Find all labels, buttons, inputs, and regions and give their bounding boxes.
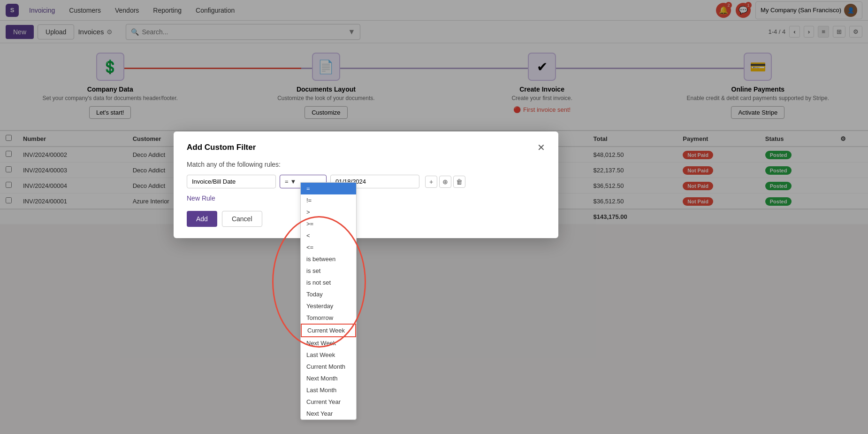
custom-filter-modal: Add Custom Filter ✕ Match any of the fol… (174, 132, 558, 238)
cancel-filter-button[interactable]: Cancel (222, 211, 262, 227)
filter-add-icon-btn[interactable]: + (425, 176, 437, 188)
dropdown-item-eq[interactable]: = (301, 183, 356, 194)
dropdown-item-tomorrow[interactable]: Tomorrow (301, 312, 356, 324)
dropdown-item-gte[interactable]: >= (301, 218, 356, 230)
dropdown-item-yesterday[interactable]: Yesterday (301, 300, 356, 312)
dropdown-item-next-year[interactable]: Next Year (301, 408, 356, 419)
dropdown-item-gt[interactable]: > (301, 206, 356, 218)
dropdown-item-is-set[interactable]: is set (301, 265, 356, 277)
dropdown-item-between[interactable]: is between (301, 253, 356, 265)
dropdown-item-last-week[interactable]: Last Week (301, 349, 356, 361)
modal-footer: Add Cancel (187, 211, 545, 227)
modal-title: Add Custom Filter (187, 143, 256, 152)
operator-dropdown: = != > >= < <= is between is set is not … (300, 182, 357, 420)
filter-action-icons: + ⊕ 🗑 (425, 176, 465, 188)
dropdown-item-lte[interactable]: <= (301, 241, 356, 253)
dropdown-item-not-set[interactable]: is not set (301, 277, 356, 288)
dropdown-item-today[interactable]: Today (301, 288, 356, 300)
filter-op-value: = (285, 178, 289, 185)
dropdown-item-lt[interactable]: < (301, 230, 356, 241)
filter-delete-icon-btn[interactable]: 🗑 (453, 176, 465, 188)
add-filter-button[interactable]: Add (187, 211, 217, 227)
dropdown-item-next-week[interactable]: Next Week (301, 337, 356, 349)
dropdown-item-current-week[interactable]: Current Week (301, 324, 356, 337)
filter-copy-icon-btn[interactable]: ⊕ (439, 176, 451, 188)
dropdown-item-last-month[interactable]: Last Month (301, 384, 356, 396)
modal-header: Add Custom Filter ✕ (187, 143, 545, 152)
dropdown-item-next-month[interactable]: Next Month (301, 372, 356, 384)
filter-op-arrow: ▼ (290, 178, 297, 185)
filter-row: = ▼ + ⊕ 🗑 (187, 175, 545, 188)
dropdown-item-current-month[interactable]: Current Month (301, 361, 356, 372)
dropdown-item-current-year[interactable]: Current Year (301, 396, 356, 408)
modal-subtitle: Match any of the following rules: (187, 161, 545, 168)
filter-field-input[interactable] (187, 175, 276, 188)
new-rule-link[interactable]: New Rule (187, 194, 545, 202)
dropdown-item-neq[interactable]: != (301, 194, 356, 206)
modal-close-button[interactable]: ✕ (537, 143, 545, 152)
new-rule-anchor[interactable]: New Rule (187, 194, 215, 202)
